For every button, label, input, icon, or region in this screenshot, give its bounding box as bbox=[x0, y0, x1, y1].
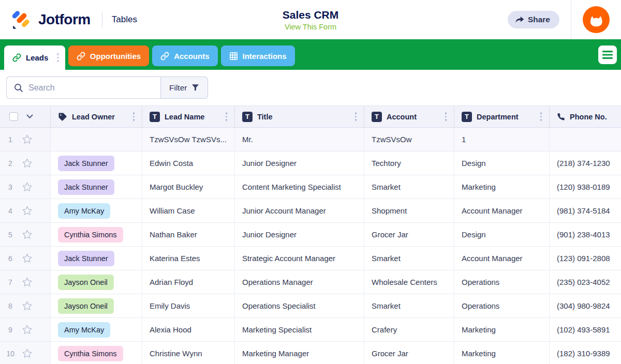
department-cell[interactable]: Marketing bbox=[454, 318, 550, 341]
star-icon[interactable] bbox=[21, 133, 34, 146]
column-header-phone-no-[interactable]: Phone No. bbox=[550, 106, 621, 127]
lead-name-cell[interactable]: Margot Buckley bbox=[142, 175, 235, 199]
phone-cell[interactable]: (981) 374-5184 bbox=[550, 199, 621, 222]
account-cell[interactable]: TzwSVsOw bbox=[364, 128, 454, 151]
lead-name-cell[interactable]: William Case bbox=[142, 199, 235, 222]
title-cell[interactable]: Junior Designer bbox=[235, 151, 364, 175]
account-cell[interactable]: Smarket bbox=[364, 247, 454, 270]
tab-opportunities[interactable]: Opportunities bbox=[68, 46, 149, 66]
department-cell[interactable]: Marketing bbox=[454, 175, 550, 199]
title-cell[interactable]: Operations Specialist bbox=[235, 294, 364, 317]
column-menu-icon[interactable] bbox=[443, 110, 449, 123]
department-cell[interactable]: 1 bbox=[454, 128, 550, 151]
lead-owner-cell[interactable] bbox=[51, 128, 142, 151]
chevron-down-icon[interactable] bbox=[25, 113, 34, 120]
lead-name-cell[interactable]: Edwin Costa bbox=[142, 151, 235, 175]
column-header-lead-name[interactable]: TLead Name bbox=[142, 106, 235, 127]
tab-leads[interactable]: Leads bbox=[4, 46, 65, 70]
lead-name-cell[interactable]: TzwSVsOw TzwSVs... bbox=[142, 128, 235, 151]
title-cell[interactable]: Strategic Account Manager bbox=[235, 247, 364, 270]
account-cell[interactable]: Grocer Jar bbox=[364, 342, 454, 364]
lead-owner-cell[interactable]: Jack Stunner bbox=[51, 151, 142, 175]
lead-name-cell[interactable]: Nathan Baker bbox=[142, 223, 235, 246]
lead-owner-cell[interactable]: Jayson Oneil bbox=[51, 294, 142, 317]
account-cell[interactable]: Shopment bbox=[364, 199, 454, 222]
phone-cell[interactable]: (235) 023-4052 bbox=[550, 270, 621, 294]
star-icon[interactable] bbox=[21, 276, 34, 289]
lead-name-cell[interactable]: Katerina Estes bbox=[142, 247, 235, 270]
title-cell[interactable]: Marketing Specialist bbox=[235, 318, 364, 341]
lead-name-cell[interactable]: Alexia Hood bbox=[142, 318, 235, 341]
lead-name-cell[interactable]: Adrian Floyd bbox=[142, 270, 235, 294]
department-cell[interactable]: Design bbox=[454, 223, 550, 246]
account-cell[interactable]: Techtory bbox=[364, 151, 454, 175]
tab-kebab-icon[interactable] bbox=[53, 51, 61, 64]
tab-interactions[interactable]: Interactions bbox=[221, 46, 295, 66]
row-number: 2 bbox=[0, 159, 21, 168]
title-cell[interactable]: Content Marketing Specialist bbox=[235, 175, 364, 199]
lead-owner-cell[interactable]: Amy McKay bbox=[51, 318, 142, 341]
phone-cell[interactable]: (218) 374-1230 bbox=[550, 151, 621, 175]
lead-name-cell[interactable]: Christine Wynn bbox=[142, 342, 235, 364]
view-this-form-link[interactable]: View This Form bbox=[285, 23, 336, 31]
tabbar-menu-button[interactable] bbox=[598, 46, 617, 64]
star-icon[interactable] bbox=[21, 228, 34, 241]
account-cell[interactable]: Grocer Jar bbox=[364, 223, 454, 246]
lead-name-cell[interactable]: Emily Davis bbox=[142, 294, 235, 317]
title-cell[interactable]: Mr. bbox=[235, 128, 364, 151]
phone-cell[interactable] bbox=[550, 128, 621, 151]
title-cell[interactable]: Junior Account Manager bbox=[235, 199, 364, 222]
lead-owner-cell[interactable]: Amy McKay bbox=[51, 199, 142, 222]
department-cell[interactable]: Marketing bbox=[454, 342, 550, 364]
account-cell[interactable]: Smarket bbox=[364, 294, 454, 317]
department-cell[interactable]: Design bbox=[454, 151, 550, 175]
lead-owner-cell[interactable]: Jack Stunner bbox=[51, 247, 142, 270]
column-header-lead-owner[interactable]: Lead Owner bbox=[51, 106, 142, 127]
lead-owner-cell[interactable]: Jayson Oneil bbox=[51, 270, 142, 294]
column-header-title[interactable]: TTitle bbox=[235, 106, 364, 127]
brand-area[interactable]: Jotform Tables bbox=[0, 9, 137, 31]
phone-cell[interactable]: (120) 938-0189 bbox=[550, 175, 621, 199]
lead-owner-cell[interactable]: Jack Stunner bbox=[51, 175, 142, 199]
phone-cell[interactable]: (901) 238-4013 bbox=[550, 223, 621, 246]
column-header-department[interactable]: TDepartment bbox=[454, 106, 550, 127]
select-all-checkbox[interactable] bbox=[9, 112, 18, 121]
star-icon[interactable] bbox=[21, 204, 34, 217]
lead-owner-cell[interactable]: Cynthia Simons bbox=[51, 342, 142, 364]
title-cell[interactable]: Marketing Manager bbox=[235, 342, 364, 364]
column-menu-icon[interactable] bbox=[131, 110, 137, 123]
column-header-account[interactable]: TAccount bbox=[364, 106, 454, 127]
lead-owner-cell[interactable]: Cynthia Simons bbox=[51, 223, 142, 246]
row-number: 7 bbox=[0, 278, 21, 286]
star-icon[interactable] bbox=[21, 180, 34, 193]
search-input[interactable] bbox=[28, 83, 153, 93]
department-cell[interactable]: Operations bbox=[454, 294, 550, 317]
star-icon[interactable] bbox=[21, 347, 34, 360]
star-icon[interactable] bbox=[21, 252, 34, 265]
share-button[interactable]: Share bbox=[508, 11, 559, 28]
filter-button[interactable]: Filter bbox=[160, 77, 208, 99]
department-cell[interactable]: Account Manager bbox=[454, 247, 550, 270]
department-cell[interactable]: Operations bbox=[454, 270, 550, 294]
star-icon[interactable] bbox=[21, 157, 34, 170]
account-cell[interactable]: Crafery bbox=[364, 318, 454, 341]
department-cell-value: Operations bbox=[462, 278, 499, 286]
column-menu-icon[interactable] bbox=[224, 110, 230, 123]
phone-cell[interactable]: (304) 980-9824 bbox=[550, 294, 621, 317]
department-cell-value: Marketing bbox=[462, 183, 496, 191]
title-cell[interactable]: Operations Manager bbox=[235, 270, 364, 294]
star-icon[interactable] bbox=[21, 299, 34, 312]
star-icon[interactable] bbox=[21, 323, 34, 336]
phone-cell[interactable]: (102) 493-5891 bbox=[550, 318, 621, 341]
table-grid-icon bbox=[229, 52, 238, 60]
column-menu-icon[interactable] bbox=[353, 110, 359, 123]
column-menu-icon[interactable] bbox=[538, 110, 544, 123]
tab-accounts[interactable]: Accounts bbox=[152, 46, 217, 66]
phone-cell[interactable]: (182) 310-9389 bbox=[550, 342, 621, 364]
account-cell[interactable]: Wholesale Centers bbox=[364, 270, 454, 294]
title-cell[interactable]: Junior Designer bbox=[235, 223, 364, 246]
phone-cell[interactable]: (123) 091-2808 bbox=[550, 247, 621, 270]
user-avatar[interactable] bbox=[583, 6, 610, 33]
account-cell[interactable]: Smarket bbox=[364, 175, 454, 199]
department-cell[interactable]: Account Manager bbox=[454, 199, 550, 222]
